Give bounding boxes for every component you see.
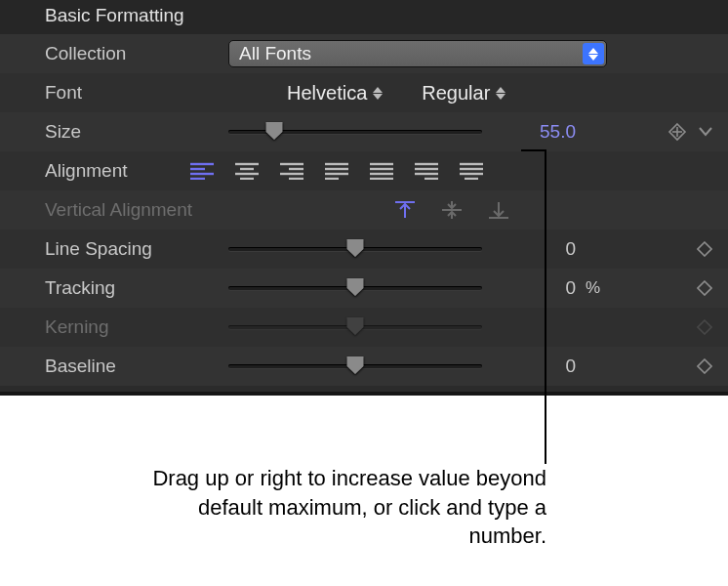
valign-middle-icon[interactable] (439, 200, 465, 220)
justify-all-icon[interactable] (459, 161, 484, 181)
chevron-down-icon[interactable] (699, 127, 712, 137)
line-spacing-label: Line Spacing (45, 238, 228, 260)
stepper-icon (496, 87, 506, 100)
font-family-value: Helvetica (287, 82, 367, 105)
keyframe-diamond-icon[interactable] (697, 358, 712, 374)
collection-popup-value: All Fonts (239, 43, 311, 64)
size-slider[interactable] (228, 130, 482, 134)
collection-label: Collection (45, 43, 228, 64)
stepper-icon (373, 87, 383, 100)
slider-thumb-icon[interactable] (346, 278, 365, 296)
kerning-slider (228, 325, 482, 329)
row-line-spacing: Line Spacing 0 (0, 230, 728, 269)
keyframe-diamond-icon[interactable] (697, 241, 712, 257)
row-font: Font Helvetica Regular (0, 73, 728, 112)
line-spacing-slider[interactable] (228, 247, 482, 251)
font-weight-popup[interactable]: Regular (422, 82, 506, 105)
tracking-slider[interactable] (228, 286, 482, 290)
font-weight-value: Regular (422, 82, 490, 105)
justify-left-icon[interactable] (324, 161, 349, 181)
kerning-label: Kerning (45, 316, 228, 338)
baseline-value-field[interactable]: 0 (482, 356, 580, 377)
align-center-icon[interactable] (234, 161, 260, 181)
collection-popup[interactable]: All Fonts (228, 40, 607, 67)
callout-line (545, 149, 546, 464)
valign-top-icon[interactable] (392, 200, 418, 220)
valign-bottom-icon[interactable] (486, 200, 511, 220)
slider-thumb-icon[interactable] (264, 122, 283, 140)
align-right-icon[interactable] (279, 161, 304, 181)
slider-thumb-icon[interactable] (346, 239, 365, 257)
tracking-label: Tracking (45, 277, 228, 299)
font-family-popup[interactable]: Helvetica (287, 82, 383, 105)
valign-label: Vertical Alignment (45, 199, 228, 221)
justify-right-icon[interactable] (414, 161, 439, 181)
slider-thumb-icon[interactable] (346, 356, 365, 374)
basic-formatting-panel: Basic Formatting Collection All Fonts Fo… (0, 0, 728, 396)
row-kerning: Kerning (0, 308, 728, 347)
row-baseline: Baseline 0 (0, 347, 728, 386)
alignment-buttons (189, 161, 484, 181)
size-value-field[interactable]: 55.0 (482, 121, 580, 143)
section-title: Basic Formatting (45, 5, 184, 25)
baseline-label: Baseline (45, 356, 228, 377)
caption-area: Drag up or right to increase value beyon… (0, 396, 728, 562)
tracking-suffix: % (580, 278, 605, 298)
baseline-slider[interactable] (228, 364, 482, 368)
row-valign: Vertical Alignment (0, 190, 728, 230)
add-keyframe-icon[interactable] (667, 122, 687, 142)
row-tracking: Tracking 0 % (0, 269, 728, 308)
callout-tick (521, 149, 546, 151)
font-label: Font (45, 82, 228, 104)
row-size: Size 55.0 (0, 112, 728, 151)
caption-text: Drag up or right to increase value beyon… (137, 464, 546, 551)
keyframe-diamond-icon[interactable] (697, 280, 712, 296)
slider-thumb-icon (346, 317, 365, 335)
justify-full-icon[interactable] (369, 161, 394, 181)
valign-buttons (392, 200, 511, 220)
size-label: Size (45, 121, 228, 143)
row-collection: Collection All Fonts (0, 34, 728, 73)
keyframe-diamond-icon (697, 319, 712, 335)
section-header: Basic Formatting (0, 0, 728, 34)
line-spacing-value-field[interactable]: 0 (482, 238, 580, 260)
align-left-icon[interactable] (189, 161, 215, 181)
popup-arrows-icon (583, 43, 604, 64)
tracking-value-field[interactable]: 0 (482, 277, 580, 299)
row-alignment: Alignment (0, 151, 728, 190)
